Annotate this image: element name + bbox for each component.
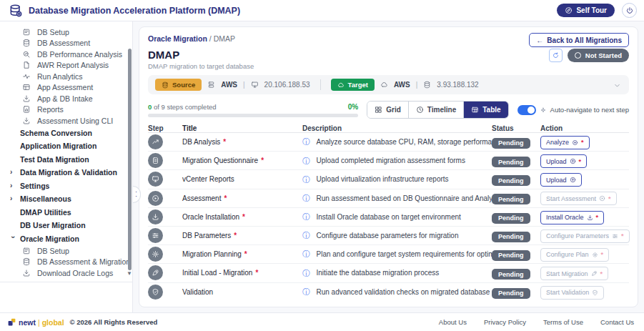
step-description: Plan and configure target system require… bbox=[317, 250, 492, 258]
table-row: Initial Load - Migration*ⓘInitiate the d… bbox=[148, 264, 629, 282]
action-button-configure-plan[interactable]: Configure Plan* bbox=[540, 248, 609, 262]
sidebar-item-app-assessment[interactable]: App Assessment bbox=[10, 82, 125, 94]
footer-link-contact-us[interactable]: Contact Us bbox=[600, 318, 634, 326]
auto-navigate-toggle[interactable] bbox=[517, 105, 536, 115]
sidebar-item-reports[interactable]: Reports bbox=[10, 104, 125, 116]
sidebar-item-db-assessment-migration[interactable]: DB Assessment & Migration bbox=[10, 257, 125, 268]
app-db-intake-icon bbox=[22, 94, 31, 103]
required-asterisk: * bbox=[244, 250, 247, 258]
action-button-start-validation[interactable]: Start Validation bbox=[540, 286, 604, 300]
body-row: DB SetupDB AssessmentDB Performance Anal… bbox=[0, 21, 644, 312]
action-button-analyze[interactable]: Analyze* bbox=[540, 136, 590, 149]
required-asterisk: * bbox=[600, 270, 603, 277]
sidebar-scroll-down-icon[interactable]: ▼ bbox=[127, 270, 132, 277]
step-monitor-icon bbox=[148, 172, 163, 187]
steps-completed-text: 0 of 9 steps completed bbox=[148, 103, 217, 111]
chevron-right-icon: › bbox=[10, 182, 16, 189]
self-tour-button[interactable]: Self Tour bbox=[557, 4, 615, 17]
table-row: vCenter ReportsⓘUpload virtualization in… bbox=[148, 170, 629, 189]
sidebar-item-db-user-migration[interactable]: DB User Migration bbox=[10, 219, 125, 232]
required-asterisk: * bbox=[261, 157, 264, 164]
step-clipboard-icon bbox=[148, 153, 163, 168]
footer-link-about-us[interactable]: About Us bbox=[439, 318, 467, 326]
db-setup-icon bbox=[22, 28, 31, 36]
breadcrumb-separator: / bbox=[209, 34, 212, 43]
sidebar-item-run-analytics[interactable]: Run Analytics bbox=[10, 71, 125, 82]
info-icon[interactable]: ⓘ bbox=[302, 250, 310, 258]
info-icon[interactable]: ⓘ bbox=[302, 270, 310, 277]
sidebar-scrollbar-thumb[interactable] bbox=[128, 49, 132, 270]
required-asterisk: * bbox=[242, 213, 245, 221]
app-footer: newt|global © 2026 All Rights Reserved A… bbox=[0, 312, 644, 331]
toggle-knob bbox=[527, 107, 535, 114]
sidebar-item-awr-report-analysis[interactable]: AWR Report Analysis bbox=[10, 60, 125, 71]
info-icon[interactable]: ⓘ bbox=[302, 213, 310, 221]
dmap-logo-icon bbox=[9, 4, 23, 18]
database-icon bbox=[423, 81, 431, 89]
view-grid-button[interactable]: Grid bbox=[367, 102, 408, 118]
action-button-upload[interactable]: Upload bbox=[540, 173, 582, 187]
steps-table: Step Title Description Status Action DB … bbox=[148, 124, 629, 301]
table-row: Assessment*ⓘRun assessment based on DB Q… bbox=[148, 189, 629, 208]
status-badge: Pending bbox=[492, 232, 530, 242]
sidebar-item-oracle-migration[interactable]: ›Oracle Migration bbox=[10, 232, 125, 246]
refresh-icon bbox=[552, 51, 560, 59]
table-header-row: Step Title Description Status Action bbox=[148, 124, 629, 133]
source-ip: 20.106.188.53 bbox=[264, 81, 310, 89]
sidebar-item-dmap-utilities[interactable]: DMAP Utilities bbox=[10, 206, 125, 219]
view-table-button[interactable]: Table bbox=[463, 102, 507, 118]
sidebar-item-download-oracle-logs[interactable]: Download Oracle Logs bbox=[10, 267, 125, 279]
action-button-configure-parameters[interactable]: Configure Parameters* bbox=[540, 229, 630, 243]
info-icon[interactable]: ⓘ bbox=[302, 176, 310, 184]
action-button-upload[interactable]: Upload* bbox=[540, 154, 587, 168]
footer-link-terms-of-use[interactable]: Terms of Use bbox=[543, 318, 583, 326]
back-arrow-icon: ← bbox=[536, 36, 543, 44]
info-icon[interactable]: ⓘ bbox=[302, 157, 310, 165]
info-icon[interactable]: ⓘ bbox=[302, 194, 310, 202]
chevron-down-icon[interactable] bbox=[613, 80, 622, 89]
database-icon bbox=[162, 81, 169, 89]
sidebar-item-schema-conversion[interactable]: Schema Conversion bbox=[10, 127, 125, 140]
power-button[interactable] bbox=[622, 3, 637, 18]
table-icon bbox=[471, 106, 479, 114]
action-button-start-assessment[interactable]: Start Assessment* bbox=[540, 192, 617, 205]
breadcrumb-parent[interactable]: Oracle Migration bbox=[148, 34, 207, 43]
sidebar-item-db-setup[interactable]: DB Setup bbox=[10, 26, 125, 38]
view-timeline-button[interactable]: Timeline bbox=[408, 102, 463, 118]
info-icon[interactable]: ⓘ bbox=[302, 138, 310, 146]
step-title: Initial Load - Migration bbox=[182, 269, 252, 277]
sidebar-item-app-db-intake[interactable]: App & DB Intake bbox=[10, 93, 125, 104]
sidebar-item-assessment-using-cli[interactable]: Assessment Using CLI bbox=[10, 115, 125, 127]
sidebar-item-db-performance-analysis[interactable]: DB Performance Analysis bbox=[10, 49, 125, 60]
page-title: DMAP bbox=[148, 49, 254, 61]
sidebar-item-test-data-migration[interactable]: Test Data Migration bbox=[10, 153, 125, 167]
step-title: Migration Questionnaire bbox=[182, 157, 258, 164]
required-asterisk: * bbox=[224, 194, 227, 202]
info-icon[interactable]: ⓘ bbox=[302, 232, 310, 239]
required-asterisk: * bbox=[581, 139, 584, 146]
sidebar-item-db-assessment[interactable]: DB Assessment bbox=[10, 38, 125, 49]
sidebar-item-label: DMAP Utilities bbox=[20, 208, 71, 217]
required-asterisk: * bbox=[579, 158, 582, 165]
table-body: DB Analysis*ⓘAnalyze source database CPU… bbox=[148, 133, 629, 302]
sidebar-item-db-setup[interactable]: DB Setup bbox=[10, 245, 125, 257]
newtglobal-logo[interactable]: newt|global bbox=[7, 317, 64, 327]
refresh-status-button[interactable] bbox=[549, 49, 563, 62]
sidebar-item-label: DB Assessment bbox=[37, 39, 90, 47]
info-icon[interactable]: ⓘ bbox=[302, 288, 310, 296]
sidebar-item-label: App & DB Intake bbox=[37, 94, 93, 103]
upload-c-icon bbox=[570, 158, 576, 164]
sidebar-item-label: Oracle Migration bbox=[20, 234, 79, 243]
sidebar-item-data-migration-validation[interactable]: ›Data Migration & Validation bbox=[10, 166, 125, 179]
footer-link-privacy-policy[interactable]: Privacy Policy bbox=[484, 318, 526, 326]
action-button-install-oracle[interactable]: Install Oracle* bbox=[540, 211, 604, 224]
sidebar-scrollbar[interactable] bbox=[128, 24, 132, 296]
sidebar-item-application-migration[interactable]: Application Migration bbox=[10, 139, 125, 153]
sidebar-item-settings[interactable]: ›Settings bbox=[10, 179, 125, 193]
sidebar-item-miscellaneous[interactable]: ›Miscellaneous bbox=[10, 192, 125, 206]
table-row: Migration Questionnaire*ⓘUpload complete… bbox=[148, 152, 629, 170]
target-icon bbox=[572, 139, 578, 146]
back-to-migrations-button[interactable]: ← Back to All Migrations bbox=[529, 33, 629, 47]
sidebar-item-label: Download Oracle Logs bbox=[37, 269, 113, 277]
action-button-start-migration[interactable]: Start Migration* bbox=[540, 267, 608, 280]
